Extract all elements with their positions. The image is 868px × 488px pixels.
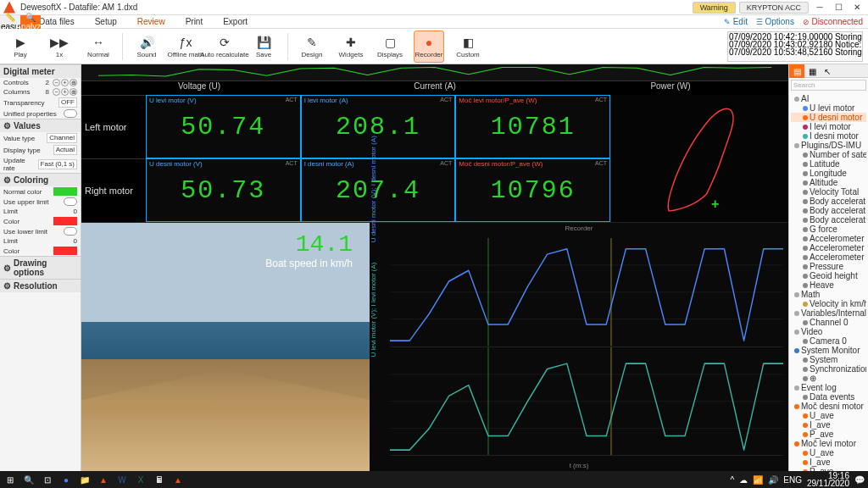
digital-meter-header[interactable]: Digital meter [0,64,81,78]
tree-node[interactable]: I_ave [791,458,866,467]
ribbon-normal-button[interactable]: ↔Normal [83,30,114,63]
digital-meter[interactable]: I levi motor (A)ACT208.1 [301,95,456,158]
tray-wifi-icon[interactable]: 📶 [753,475,763,485]
ribbon-custom-button[interactable]: ◧Custom [453,30,483,63]
tree-node[interactable]: Longitude [791,169,866,178]
transparency-select[interactable]: OFF [58,97,77,108]
tree-node[interactable]: Latitude [791,159,866,169]
menu-setup[interactable]: Setup [93,17,119,26]
tray-up-icon[interactable]: ^ [731,475,735,485]
unified-toggle[interactable] [64,109,77,118]
tree-node[interactable]: G force [791,225,866,234]
digital-meter[interactable]: Moč levi motor/P_ave (W)ACT10781 [455,95,610,158]
minimize-button[interactable]: ─ [812,2,827,14]
digital-meter[interactable]: U desni motor (V)ACT50.73 [146,158,301,222]
tree-node[interactable]: Body acceleration Y [791,206,866,215]
tree-node[interactable]: Plugins/DS-IMU [791,141,866,150]
taskbar-clock[interactable]: 19:1629/11/2020 [807,472,849,487]
lower-toggle[interactable] [64,227,77,236]
digital-meter[interactable]: Moč desni motor/P_ave (W)ACT10796 [455,158,610,222]
tree-node[interactable]: Geoid height [791,271,866,280]
tree-node[interactable]: Math [791,290,866,299]
displaytype-select[interactable]: Actual [53,145,77,155]
coloring-header[interactable]: ⚙ Coloring [0,173,81,186]
upper-toggle[interactable] [64,197,77,206]
calc-icon[interactable]: 🖩 [153,473,166,486]
values-header[interactable]: ⚙ Values [0,119,81,132]
tree-tab-channels[interactable]: ▤ [789,64,804,78]
pdf-icon[interactable]: ▲ [97,473,110,486]
lower-color-swatch[interactable] [53,247,77,255]
search-icon[interactable]: 🔍 [22,473,36,486]
dewesoft-icon[interactable]: ▲ [171,473,185,486]
tree-node[interactable]: Event log [791,383,866,392]
channel-tree[interactable]: AIU levi motorU desni motorI levi motorI… [789,92,868,471]
valuetype-select[interactable]: Channel [47,133,77,143]
edit-link[interactable]: ✎ Edit [724,17,748,26]
warning-badge[interactable]: Warning [693,2,736,14]
tree-node[interactable]: U_ave [791,411,866,420]
digital-meter[interactable]: U levi motor (V)ACT50.74 [146,95,301,158]
tree-node[interactable]: System [791,355,866,364]
windows-taskbar[interactable]: ⊞ 🔍 ⊡ ● 📁 ▲ W X 🖩 ▲ ^ ☁ 📶 🔊 ENG 19:1629/… [0,471,868,488]
ribbon-design-button[interactable]: ✎Design [297,30,327,63]
tree-node[interactable]: U_ave [791,448,866,458]
resolution-header[interactable]: ⚙ Resolution [0,279,81,292]
menu-export[interactable]: Export [221,17,249,26]
excel-icon[interactable]: X [134,473,147,486]
ribbon-save-button[interactable]: 💾Save [248,30,279,63]
tree-node[interactable]: ⊕ [791,374,866,383]
explorer-icon[interactable]: 📁 [78,473,92,486]
xy-scope[interactable]: + [610,95,788,222]
channel-search-input[interactable]: Search [791,80,866,91]
tree-node[interactable]: Accelerometer Y [791,243,866,252]
tree-node[interactable]: Number of satellites [791,150,866,159]
tray-lang[interactable]: ENG [783,475,802,485]
ribbon-play-button[interactable]: ▶Play [5,30,36,63]
video-widget[interactable]: 14.1 Boat speed in km/h [81,223,370,471]
tree-node[interactable]: Synchronization [791,364,866,374]
tree-node[interactable]: I levi motor [791,122,866,131]
ribbon-1x-button[interactable]: ▶▶1x [44,30,75,63]
tree-node[interactable]: I desni motor [791,131,866,141]
tree-node[interactable]: U desni motor [791,113,866,122]
word-icon[interactable]: W [115,473,129,486]
tree-node[interactable]: System Monitor [791,346,866,355]
tree-node[interactable]: Heave [791,280,866,290]
ribbon-auto-recalculate-button[interactable]: ⟳Auto recalculate [209,30,240,63]
updaterate-select[interactable]: Fast (0,1 s) [38,159,77,169]
ribbon-displays-button[interactable]: ▢Displays [375,30,405,63]
maximize-button[interactable]: ☐ [831,2,846,14]
chrome-icon[interactable]: ● [59,473,73,486]
tree-node[interactable]: P_ave [791,430,866,439]
tree-node[interactable]: I_ave [791,420,866,430]
drawing-header[interactable]: ⚙ Drawing options [0,256,81,279]
tree-node[interactable]: Velocity in km/h [791,299,866,308]
device-badge[interactable]: KRYPTON ACC [739,2,809,14]
tree-node[interactable]: Accelerometer Z [791,252,866,262]
tray-notification-icon[interactable]: 💬 [854,475,865,485]
tree-node[interactable]: Altitude [791,178,866,187]
analyze-tab[interactable]: 🔍Analyze [20,15,41,29]
tree-node[interactable]: Velocity Total [791,187,866,197]
recorder-widget[interactable]: Recorder U desni motor (V); I desni moto… [370,223,788,471]
ribbon-recorder-button[interactable]: ●Recorder [414,30,444,63]
tree-node[interactable]: Data events [791,392,866,402]
tree-node[interactable]: Video [791,327,866,336]
tray-cloud-icon[interactable]: ☁ [739,475,748,485]
taskview-icon[interactable]: ⊡ [41,473,54,486]
digital-meter[interactable]: I desni motor (A)ACT207.4 [301,158,456,222]
options-link[interactable]: ☰ Options [756,17,794,26]
event-log[interactable]: 07/09/2020 10:42:19,00000 Storing starte… [727,31,863,62]
start-button[interactable]: ⊞ [3,473,17,486]
tree-node[interactable]: Channel 0 [791,318,866,327]
tree-node[interactable]: Body acceleration Z [791,215,866,225]
disconnected-link[interactable]: ⊘ Disconnected [803,17,863,26]
normal-color-swatch[interactable] [53,187,77,196]
ribbon-widgets-button[interactable]: ✚Widgets [336,30,366,63]
tree-node[interactable]: Moč levi motor [791,439,866,448]
tree-node[interactable]: Pressure [791,262,866,271]
menu-print[interactable]: Print [184,17,205,26]
upper-color-swatch[interactable] [53,217,77,225]
tree-node[interactable]: U levi motor [791,103,866,113]
